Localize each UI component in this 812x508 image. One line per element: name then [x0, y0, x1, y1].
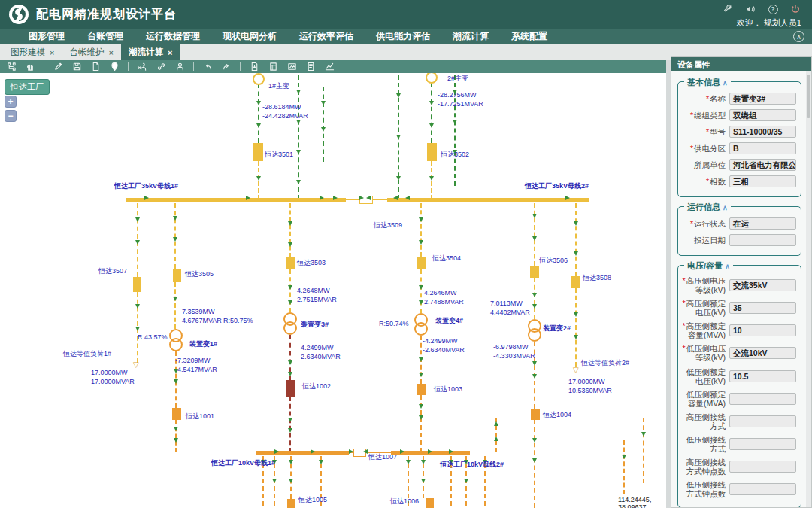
flow-arrow [274, 449, 279, 454]
tab-close-icon[interactable]: × [50, 48, 54, 57]
wrench-icon[interactable] [722, 3, 734, 15]
breaker-symbol[interactable] [172, 408, 181, 420]
image-export-icon[interactable] [286, 62, 297, 72]
user-icon[interactable] [174, 62, 185, 72]
flow-arrow [429, 101, 434, 105]
field-value-input[interactable]: 10.5 [729, 370, 796, 382]
breaker-symbol[interactable] [133, 277, 141, 292]
menu-item-1[interactable]: 图形管理 [29, 30, 65, 43]
report-icon[interactable] [305, 62, 316, 72]
user-x-icon[interactable] [137, 62, 147, 72]
field-value-input[interactable]: 10 [729, 324, 796, 336]
breaker-symbol[interactable] [530, 266, 539, 278]
undo-icon[interactable] [202, 62, 213, 72]
busbar[interactable] [387, 198, 589, 202]
breaker-symbol[interactable] [571, 276, 580, 288]
collapse-up-icon[interactable]: ∧ [793, 31, 804, 42]
field-value-input[interactable] [729, 393, 796, 405]
diagram-label: 恒达1003 [434, 386, 462, 393]
field-value-input[interactable]: 交流10kV [729, 347, 796, 359]
pin-icon[interactable] [109, 62, 120, 72]
flow-arrow [396, 176, 401, 181]
field-value-input[interactable]: 35 [729, 302, 796, 314]
transformer-symbol[interactable] [169, 338, 183, 351]
collapse-caret-icon[interactable]: ∧ [725, 263, 730, 270]
menu-item-4[interactable]: 现状电网分析 [223, 30, 277, 43]
field-value-input[interactable] [729, 483, 796, 495]
breaker-symbol[interactable] [417, 257, 426, 269]
breaker-symbol[interactable] [286, 380, 295, 397]
transformer-symbol[interactable] [414, 322, 428, 336]
breaker-symbol[interactable] [287, 499, 295, 508]
speaker-icon[interactable] [744, 3, 756, 15]
breaker-symbol[interactable] [253, 143, 263, 161]
flow-arrow [296, 120, 301, 124]
menu-item-3[interactable]: 运行数据管理 [146, 30, 200, 43]
busbar[interactable] [373, 199, 387, 200]
field-value-input[interactable]: S11-10000/35 [729, 126, 796, 138]
tree-icon[interactable] [6, 62, 17, 72]
field-value-input[interactable] [729, 461, 796, 473]
redo-icon[interactable] [221, 62, 232, 72]
busbar[interactable] [256, 451, 349, 455]
power-line [289, 397, 291, 452]
scrollbar-thumb[interactable] [807, 75, 810, 118]
field-value-input[interactable] [729, 234, 796, 246]
report-export-icon[interactable] [249, 62, 259, 72]
flow-arrow [288, 428, 292, 433]
help-icon[interactable]: ? [767, 3, 779, 15]
curve-icon[interactable] [324, 62, 335, 72]
tab-close-icon[interactable]: × [108, 48, 113, 57]
menu-item-7[interactable]: 潮流计算 [453, 30, 489, 43]
save-icon[interactable] [71, 62, 82, 72]
tab-close-icon[interactable]: × [168, 48, 172, 57]
tab-2[interactable]: 台帐维护× [62, 44, 120, 60]
menu-item-5[interactable]: 运行效率评估 [299, 30, 353, 43]
power-line [623, 440, 625, 494]
transformer-symbol[interactable] [528, 328, 541, 342]
tab-1[interactable]: 图形建模× [3, 44, 62, 60]
panel-scrollbar[interactable] [806, 71, 811, 507]
breaker-symbol[interactable] [426, 498, 434, 508]
flow-arrow [288, 242, 292, 247]
load-arrow[interactable]: ▽ [133, 361, 139, 369]
hand-icon[interactable] [25, 62, 35, 72]
field-value-input[interactable]: 装置变3# [729, 93, 796, 105]
menu-item-8[interactable]: 系统配置 [511, 30, 547, 43]
field-value-input[interactable]: 三相 [729, 175, 796, 187]
field-value-input[interactable] [729, 415, 796, 427]
flow-arrow [288, 285, 292, 290]
field-value-input[interactable]: 双绕组 [729, 109, 796, 121]
load-arrow[interactable]: ▽ [573, 367, 579, 374]
transformer-symbol[interactable] [253, 73, 265, 85]
factory-badge[interactable]: 恒达工厂 [5, 79, 50, 95]
busbar[interactable] [346, 199, 359, 200]
menu-item-6[interactable]: 供电能力评估 [376, 30, 430, 43]
edit-icon[interactable] [53, 62, 63, 72]
zoom-in-button[interactable]: + [5, 96, 17, 108]
diagram-canvas[interactable]: 恒达工厂 + − 114.24445, 38.09637 ▽▽1#主变2#主变-… [0, 73, 666, 508]
transformer-symbol[interactable] [283, 321, 297, 335]
breaker-symbol[interactable] [531, 409, 540, 420]
field-value-input[interactable]: 交流35kV [729, 279, 796, 291]
tab-3[interactable]: 潮流计算× [121, 44, 180, 60]
zoom-out-button[interactable]: − [5, 110, 17, 122]
breaker-symbol[interactable] [417, 384, 426, 395]
diagram-label: 装置变3# [301, 321, 329, 328]
field-value-input[interactable] [729, 438, 796, 450]
collapse-caret-icon[interactable]: ∧ [723, 79, 728, 87]
calculator-icon[interactable] [268, 62, 278, 72]
field-value-input[interactable]: 在运 [729, 217, 796, 230]
field-value-input[interactable]: B [729, 142, 796, 154]
breaker-symbol[interactable] [173, 269, 181, 282]
collapse-caret-icon[interactable]: ∧ [723, 204, 728, 211]
busbar[interactable] [126, 198, 346, 202]
transformer-symbol[interactable] [426, 73, 438, 84]
menu-item-2[interactable]: 台账管理 [87, 30, 123, 43]
breaker-symbol[interactable] [427, 143, 437, 161]
link-icon[interactable] [156, 62, 166, 72]
doc-icon[interactable] [90, 62, 101, 72]
power-icon[interactable] [789, 3, 801, 15]
breaker-symbol[interactable] [286, 257, 295, 269]
field-value-input[interactable]: 河北省电力有限公司 [729, 159, 796, 171]
